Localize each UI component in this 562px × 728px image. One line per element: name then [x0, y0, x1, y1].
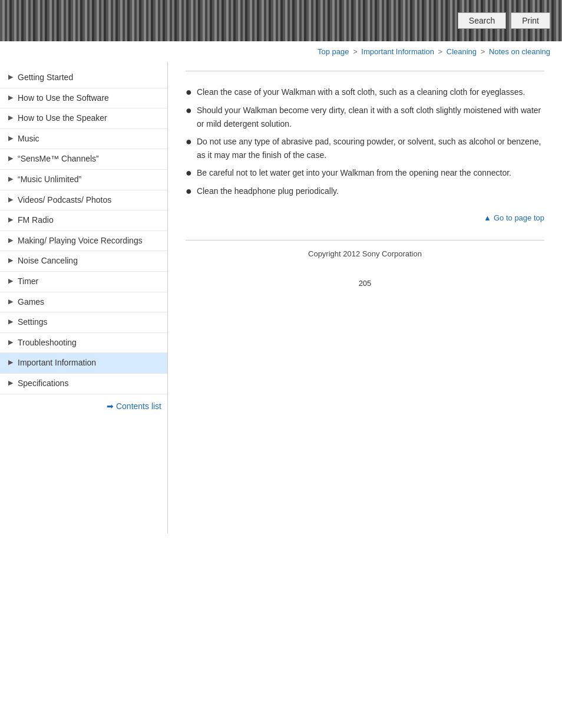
sidebar-arrow-icon-9: ▶ — [8, 256, 13, 264]
sidebar-item-3[interactable]: ▶Music — [0, 129, 167, 150]
note-text-4: Clean the headphone plug periodically. — [197, 185, 544, 197]
note-item-3: ●Be careful not to let water get into yo… — [186, 164, 544, 182]
breadcrumb-sep-2: > — [438, 47, 445, 56]
note-text-0: Clean the case of your Walkman with a so… — [197, 85, 544, 98]
sidebar-item-14[interactable]: ▶Important Information — [0, 353, 167, 374]
sidebar-item-7[interactable]: ▶FM Radio — [0, 210, 167, 231]
sidebar-item-1[interactable]: ▶How to Use the Software — [0, 88, 167, 109]
go-to-page-top-link[interactable]: ▲Go to page top — [484, 213, 544, 222]
sidebar-item-5[interactable]: ▶“Music Unlimited” — [0, 170, 167, 190]
sidebar-item-6[interactable]: ▶Videos/ Podcasts/ Photos — [0, 190, 167, 211]
sidebar-arrow-icon-15: ▶ — [8, 379, 13, 387]
sidebar-label-10: Timer — [18, 276, 161, 288]
breadcrumb-notes-on-cleaning[interactable]: Notes on cleaning — [489, 47, 550, 56]
breadcrumb-sep-1: > — [353, 47, 359, 56]
breadcrumb: Top page > Important Information > Clean… — [0, 41, 562, 62]
note-item-2: ●Do not use any type of abrasive pad, sc… — [186, 133, 544, 164]
sidebar-arrow-icon-2: ▶ — [8, 114, 13, 121]
print-button[interactable]: Print — [511, 12, 550, 29]
note-text-1: Should your Walkman become very dirty, c… — [197, 104, 544, 130]
note-item-1: ●Should your Walkman become very dirty, … — [186, 101, 544, 133]
sidebar-item-9[interactable]: ▶Noise Canceling — [0, 251, 167, 272]
sidebar-label-5: “Music Unlimited” — [18, 174, 161, 186]
note-text-2: Do not use any type of abrasive pad, sco… — [197, 135, 544, 162]
sidebar-item-10[interactable]: ▶Timer — [0, 272, 167, 292]
sidebar-arrow-icon-12: ▶ — [8, 318, 13, 325]
sidebar-arrow-icon-1: ▶ — [8, 94, 13, 101]
sidebar-label-7: FM Radio — [18, 215, 161, 226]
sidebar-label-11: Games — [18, 297, 161, 308]
bullet-dot-4: ● — [186, 185, 192, 198]
sidebar-label-6: Videos/ Podcasts/ Photos — [18, 195, 161, 206]
sidebar-item-13[interactable]: ▶Troubleshooting — [0, 333, 167, 354]
breadcrumb-important-information[interactable]: Important Information — [361, 47, 434, 56]
note-item-0: ●Clean the case of your Walkman with a s… — [186, 83, 544, 101]
sidebar-item-8[interactable]: ▶Making/ Playing Voice Recordings — [0, 231, 167, 252]
sidebar-arrow-icon-7: ▶ — [8, 216, 13, 223]
footer: Copyright 2012 Sony Corporation — [186, 240, 544, 267]
main-layout: ▶Getting Started▶How to Use the Software… — [0, 62, 562, 533]
sidebar-arrow-icon-3: ▶ — [8, 134, 13, 142]
breadcrumb-sep-3: > — [481, 47, 487, 56]
page-number: 205 — [186, 267, 544, 299]
sidebar-arrow-icon-8: ▶ — [8, 236, 13, 244]
bullet-dot-3: ● — [186, 166, 192, 180]
sidebar-item-11[interactable]: ▶Games — [0, 292, 167, 313]
note-text-3: Be careful not to let water get into you… — [197, 166, 544, 179]
sidebar-arrow-icon-14: ▶ — [8, 358, 13, 366]
content-area: ●Clean the case of your Walkman with a s… — [168, 62, 562, 533]
sidebar-label-3: Music — [18, 133, 161, 145]
sidebar-label-4: “SensMe™ Channels” — [18, 153, 161, 165]
page-top-link-container: ▲Go to page top — [186, 213, 544, 222]
bullet-dot-0: ● — [186, 85, 192, 99]
sidebar-arrow-icon-13: ▶ — [8, 338, 13, 346]
search-button[interactable]: Search — [458, 12, 506, 29]
breadcrumb-cleaning[interactable]: Cleaning — [447, 47, 477, 56]
sidebar-label-0: Getting Started — [18, 72, 161, 84]
bullet-dot-2: ● — [186, 135, 192, 149]
content-divider — [186, 71, 544, 71]
sidebar-label-2: How to Use the Speaker — [18, 113, 161, 124]
contents-list-row: ➡Contents list — [0, 394, 167, 417]
sidebar-arrow-icon-10: ▶ — [8, 277, 13, 285]
contents-list-link[interactable]: ➡Contents list — [107, 401, 161, 411]
sidebar-item-4[interactable]: ▶“SensMe™ Channels” — [0, 149, 167, 170]
sidebar: ▶Getting Started▶How to Use the Software… — [0, 62, 168, 533]
sidebar-label-15: Specifications — [18, 378, 161, 390]
sidebar-item-2[interactable]: ▶How to Use the Speaker — [0, 108, 167, 129]
sidebar-label-8: Making/ Playing Voice Recordings — [18, 235, 161, 247]
sidebar-item-0[interactable]: ▶Getting Started — [0, 68, 167, 88]
sidebar-arrow-icon-0: ▶ — [8, 73, 13, 81]
copyright-text: Copyright 2012 Sony Corporation — [308, 249, 422, 258]
sidebar-label-1: How to Use the Software — [18, 93, 161, 104]
contents-arrow-icon: ➡ — [107, 401, 114, 411]
sidebar-arrow-icon-6: ▶ — [8, 196, 13, 203]
page-top-triangle-icon: ▲ — [484, 213, 491, 222]
sidebar-label-12: Settings — [18, 317, 161, 328]
sidebar-item-12[interactable]: ▶Settings — [0, 312, 167, 333]
sidebar-arrow-icon-5: ▶ — [8, 175, 13, 183]
bullet-dot-1: ● — [186, 104, 192, 117]
sidebar-label-13: Troubleshooting — [18, 337, 161, 349]
sidebar-arrow-icon-4: ▶ — [8, 154, 13, 162]
notes-list: ●Clean the case of your Walkman with a s… — [186, 83, 544, 201]
note-item-4: ●Clean the headphone plug periodically. — [186, 182, 544, 200]
header-bar: Search Print — [0, 0, 562, 41]
sidebar-label-14: Important Information — [18, 357, 161, 369]
breadcrumb-top-page[interactable]: Top page — [318, 47, 349, 56]
sidebar-arrow-icon-11: ▶ — [8, 298, 13, 305]
sidebar-item-15[interactable]: ▶Specifications — [0, 374, 167, 394]
sidebar-label-9: Noise Canceling — [18, 255, 161, 267]
